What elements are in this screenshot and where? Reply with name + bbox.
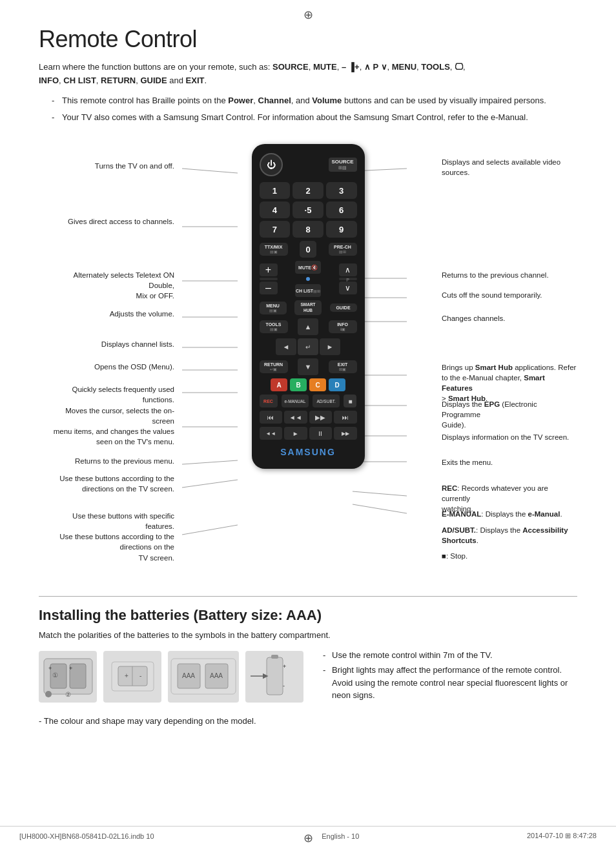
- svg-text:+: +: [69, 665, 72, 672]
- vol-down-button[interactable]: –: [260, 282, 278, 294]
- remote-inner: ⏻ SOURCE ⊞▤ 1 2 3 4 ·5 6 7: [260, 153, 357, 457]
- tools-button[interactable]: TOOLS ▤▣: [260, 320, 288, 333]
- battery-img-4: + -: [245, 651, 303, 703]
- num-btn-6[interactable]: 6: [326, 201, 357, 218]
- ann-transport: Use these buttons with specific features…: [55, 511, 174, 562]
- transport-back[interactable]: ◄◄: [260, 427, 283, 440]
- battery-img-2: + -: [103, 651, 161, 703]
- ann-menu: Opens the OSD (Menu).: [58, 362, 174, 372]
- source-button[interactable]: SOURCE ⊞▤: [329, 158, 357, 172]
- svg-rect-40: [271, 655, 278, 659]
- emanual-button[interactable]: e-MANUAL: [282, 395, 309, 407]
- menu-row: MENU ▤▣ SMARTHUB GUIDE: [260, 300, 357, 315]
- ann-tools: Quickly selects frequently used function…: [58, 384, 174, 405]
- battery-tips-list: Use the remote control within 7m of the …: [323, 649, 577, 702]
- svg-text:①: ①: [52, 672, 57, 679]
- return-button[interactable]: RETURN ↩▣: [260, 360, 288, 373]
- btn-a[interactable]: A: [271, 378, 287, 391]
- battery-images: ① ② + + + -: [39, 649, 303, 704]
- bullet-1: This remote control has Braille points o…: [52, 94, 577, 108]
- guide-button[interactable]: GUIDE: [330, 303, 357, 312]
- volume-row: + – MUTE 🔇 CH LIST ▤: [260, 261, 357, 297]
- btn-c[interactable]: C: [309, 378, 326, 391]
- exit-button[interactable]: EXIT ⊠▣: [329, 360, 357, 373]
- ann-dpad: Moves the cursor, selects the on-screenm…: [45, 406, 174, 447]
- mute-button[interactable]: MUTE 🔇: [295, 261, 321, 274]
- num-btn-1[interactable]: 1: [260, 182, 291, 199]
- num-btn-7[interactable]: 7: [260, 221, 291, 238]
- svg-text:+: +: [283, 663, 286, 670]
- btn-b[interactable]: B: [290, 378, 307, 391]
- transport-row-2: ◄◄ ► ⏸ ▶▶: [260, 427, 357, 440]
- ann-prech: Returns to the previous channel.: [442, 270, 571, 280]
- power-button[interactable]: ⏻: [260, 153, 283, 176]
- smarthub-button[interactable]: SMARTHUB: [294, 300, 322, 315]
- svg-text:+: +: [125, 672, 128, 679]
- menu-button[interactable]: MENU ▤▣: [260, 302, 287, 314]
- svg-point-24: [45, 691, 52, 697]
- battery-section: ① ② + + + -: [39, 649, 577, 704]
- num-btn-4[interactable]: 4: [260, 201, 291, 218]
- ann-emanual: E-MANUAL: Displays the e-Manual.: [442, 509, 577, 519]
- ch-indicator: P: [339, 278, 357, 280]
- dpad-up-button[interactable]: ▲: [298, 318, 318, 335]
- dpad-enter-button[interactable]: ↵: [298, 338, 318, 355]
- ch-down-button[interactable]: ∨: [339, 282, 357, 294]
- ann-chlist: Displays channel lists.: [58, 339, 174, 349]
- abcd-row: A B C D: [260, 378, 357, 391]
- source-label: SOURCE: [331, 159, 353, 165]
- adsubt-button[interactable]: AD/SUBT.: [313, 395, 340, 407]
- svg-text:②: ②: [65, 691, 70, 698]
- num-btn-8[interactable]: 8: [293, 221, 323, 238]
- intro-paragraph: Learn where the function buttons are on …: [39, 61, 577, 88]
- battery-tips-col: Use the remote control within 7m of the …: [316, 649, 577, 704]
- ch-col: ∧ P ∨: [339, 263, 357, 294]
- stop-button[interactable]: ■: [344, 395, 356, 407]
- num-btn-2[interactable]: 2: [293, 182, 323, 199]
- rec-row: REC e-MANUAL AD/SUBT. ■: [260, 395, 357, 407]
- battery-section-title: Installing the batteries (Battery size: …: [39, 607, 577, 624]
- ann-epg: Displays the EPG (Electronic ProgrammeGu…: [442, 399, 577, 430]
- svg-text:-: -: [283, 683, 285, 689]
- num-btn-3[interactable]: 3: [326, 182, 357, 199]
- ann-ch: Changes channels.: [442, 313, 571, 324]
- prech-button[interactable]: PRE-CH ▤⊞: [329, 243, 357, 256]
- ann-volume: Adjusts the volume.: [58, 309, 174, 319]
- battery-tip-2: Bright lights may affect the performance…: [323, 664, 577, 702]
- number-grid: 1 2 3 4 ·5 6 7 8 9: [260, 182, 357, 238]
- transport-skip-next[interactable]: ⏭: [334, 411, 357, 424]
- samsung-logo: SAMSUNG: [280, 447, 336, 457]
- num-btn-0[interactable]: 0: [300, 241, 316, 258]
- transport-skip-prev[interactable]: ⏮: [260, 411, 283, 424]
- ann-channels: Gives direct access to channels.: [58, 216, 174, 227]
- dpad-right-button[interactable]: ►: [320, 338, 340, 355]
- tools-row: TOOLS ▤▣ ▲ INFO ℹ▣: [260, 318, 357, 335]
- num-btn-5[interactable]: ·5: [293, 201, 323, 218]
- transport-pause[interactable]: ⏸: [309, 427, 333, 440]
- ann-turns-tv: Turns the TV on and off.: [58, 161, 174, 171]
- vol-up-button[interactable]: +: [260, 263, 278, 276]
- remote-control-wrapper: ⏻ SOURCE ⊞▤ 1 2 3 4 ·5 6 7: [181, 138, 435, 577]
- transport-rewind[interactable]: ◄◄: [284, 411, 307, 424]
- chlist-button[interactable]: CH LIST ▤⊞: [295, 284, 321, 297]
- ttx-button[interactable]: TTX/MIX ▤▣: [260, 243, 288, 256]
- ch-up-button[interactable]: ∧: [339, 263, 357, 276]
- ttx-row: TTX/MIX ▤▣ 0 PRE-CH ▤⊞: [260, 241, 357, 258]
- footer-right: 2014-07-10 ⊞ 8:47:28: [527, 832, 597, 840]
- battery-intro: Match the polarities of the batteries to…: [39, 629, 577, 642]
- info-button[interactable]: INFO ℹ▣: [329, 320, 357, 333]
- separator: [39, 596, 577, 597]
- ann-mute: Cuts off the sound temporarily.: [442, 290, 571, 300]
- num-btn-9[interactable]: 9: [326, 221, 357, 238]
- rec-button[interactable]: REC: [260, 395, 278, 407]
- svg-text:+: +: [48, 665, 52, 672]
- ann-exits: Exits the menu.: [442, 457, 577, 468]
- intro-bullets: This remote control has Braille points o…: [52, 94, 577, 125]
- ann-source: Displays and selects available videosour…: [442, 157, 571, 178]
- transport-play[interactable]: ►: [284, 427, 307, 440]
- btn-d[interactable]: D: [329, 378, 345, 391]
- transport-fwd[interactable]: ▶▶: [334, 427, 357, 440]
- dpad-left-button[interactable]: ◄: [276, 338, 296, 355]
- transport-ff[interactable]: ▶▶: [309, 411, 333, 424]
- dpad-down-button[interactable]: ▼: [298, 358, 318, 375]
